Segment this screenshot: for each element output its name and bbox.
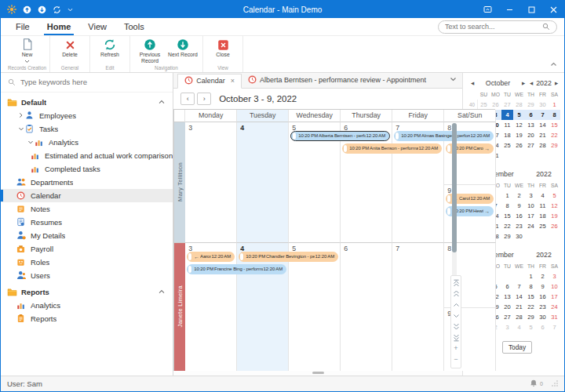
calendar-day[interactable]: 7 — [537, 110, 549, 120]
next-record-button[interactable]: Next Record — [166, 36, 199, 64]
calendar-day[interactable]: 27 — [501, 312, 513, 322]
calendar-day[interactable]: 29 — [501, 231, 513, 241]
calendar-day[interactable]: 14 — [537, 120, 549, 130]
maximize-button[interactable] — [520, 1, 542, 18]
qat-dropdown-icon[interactable] — [67, 8, 73, 12]
day-cell-4[interactable]: 4 — [237, 243, 289, 371]
calendar-day[interactable]: 25 — [537, 221, 549, 231]
sidebar-item-reports[interactable]: Reports — [1, 285, 173, 299]
next-month-icon[interactable]: ▶ — [519, 81, 527, 85]
prev-year-icon[interactable]: ◀ — [527, 81, 535, 85]
previous-record-button[interactable]: Previous Record — [133, 36, 166, 64]
calendar-day[interactable]: 18 — [537, 211, 549, 221]
day-cell-6[interactable]: 6 — [341, 243, 392, 371]
calendar-day[interactable]: 24 — [525, 221, 537, 231]
day-cell-5[interactable]: 5 — [289, 243, 341, 371]
calendar-day[interactable]: 20 — [525, 130, 537, 140]
new-button[interactable]: New — [11, 36, 44, 64]
calendar-day[interactable]: 6 — [525, 110, 537, 120]
appointment-anita-benson-performance-r[interactable]: 10:20 PMAnita Benson - performance r...1… — [342, 143, 442, 154]
prev-month-icon[interactable]: ◀ — [468, 81, 476, 85]
calendar-day[interactable]: 27 — [501, 100, 513, 110]
ribbon-tab-file[interactable]: File — [7, 18, 38, 35]
calendar-day[interactable]: 5 — [525, 322, 537, 332]
calendar-day[interactable]: 4 — [513, 322, 525, 332]
sidebar-item-roles[interactable]: Roles — [1, 256, 173, 269]
calendar-day[interactable]: 28 — [513, 100, 525, 110]
calendar-day[interactable]: 26 — [549, 221, 560, 231]
calendar-day[interactable]: 9 — [513, 201, 525, 211]
close-button[interactable] — [542, 1, 564, 18]
expander-right-icon[interactable] — [16, 112, 25, 118]
calendar-day[interactable]: 4 — [537, 191, 549, 201]
calendar-day[interactable]: 22 — [501, 221, 513, 231]
calendar-day[interactable]: 3 — [501, 322, 513, 332]
scroll-prev-page-button[interactable] — [453, 289, 460, 299]
calendar-day[interactable]: 4 — [501, 110, 513, 120]
record-down-icon[interactable] — [38, 5, 46, 14]
ribbon-search-input[interactable] — [445, 23, 542, 31]
calendar-day[interactable]: 1 — [501, 191, 513, 201]
calendar-day[interactable]: 24 — [549, 302, 560, 312]
resize-grip-icon[interactable] — [552, 379, 558, 388]
sidebar-search-input[interactable] — [20, 78, 166, 86]
refresh-button[interactable]: Refresh — [93, 36, 126, 64]
calendar-day[interactable]: 17 — [525, 211, 537, 221]
tab-list-dropdown-icon[interactable] — [450, 77, 457, 82]
calendar-day[interactable]: 16 — [513, 211, 525, 221]
sidebar-item-default[interactable]: Default — [1, 96, 173, 109]
ribbon-options-button[interactable] — [476, 1, 498, 18]
scroll-last-button[interactable] — [453, 332, 460, 343]
document-tab-alberta-berntsen-performance-review-appointment[interactable]: Alberta Berntsen - performance review - … — [242, 73, 432, 88]
next-week-button[interactable]: › — [197, 93, 211, 105]
calendar-day[interactable]: 21 — [513, 302, 525, 312]
minimize-button[interactable] — [498, 1, 520, 18]
calendar-day[interactable]: 12 — [513, 120, 525, 130]
calendar-day[interactable]: 12 — [549, 201, 560, 211]
appointment-alberta-berntsen-performa[interactable]: 10:20 PMAlberta Berntsen - performa...12… — [290, 131, 390, 141]
ribbon-search-box[interactable] — [438, 20, 557, 34]
today-button[interactable]: Today — [502, 341, 532, 354]
calendar-day[interactable]: 15 — [525, 292, 537, 302]
scroll-first-button[interactable] — [453, 278, 460, 289]
calendar-day[interactable]: 15 — [549, 120, 560, 130]
day-cell-3[interactable]: 3 — [185, 122, 237, 243]
calendar-day[interactable]: 30 — [513, 231, 525, 241]
calendar-day[interactable]: 28 — [537, 140, 549, 151]
calendar-day[interactable]: 9 — [537, 281, 549, 292]
calendar-day[interactable]: 10 — [525, 201, 537, 211]
sidebar-item-completed-tasks[interactable]: Completed tasks — [1, 162, 173, 176]
sidebar-item-my-details[interactable]: My Details — [1, 229, 173, 242]
calendar-day[interactable]: 26 — [513, 140, 525, 151]
calendar-day[interactable]: 25 — [501, 140, 513, 151]
calendar-day[interactable]: 10 — [549, 281, 560, 292]
appointment-francine-bing-performance[interactable]: 10:20 PMFrancine Bing - performance ...1… — [187, 264, 286, 274]
close-button[interactable]: Close — [206, 36, 239, 64]
expander-down-icon[interactable] — [26, 140, 35, 145]
calendar-day[interactable]: 23 — [537, 302, 549, 312]
app-logo-icon[interactable] — [7, 5, 16, 14]
sidebar-item-payroll[interactable]: Payroll — [1, 242, 173, 256]
refresh-white-icon[interactable] — [53, 5, 61, 14]
calendar-day[interactable]: 19 — [513, 130, 525, 140]
calendar-day[interactable]: 29 — [525, 312, 537, 322]
sidebar-item-analytics[interactable]: Analytics — [1, 136, 173, 149]
appointment-aaron[interactable]: ←Aaron ...12:20 AM — [187, 252, 235, 262]
day-cell-3[interactable]: 3 — [185, 243, 237, 371]
calendar-day[interactable]: 2 — [513, 191, 525, 201]
calendar-day[interactable]: 3 — [525, 191, 537, 201]
ribbon-tab-home[interactable]: Home — [38, 18, 80, 35]
calendar-day[interactable]: 3 — [549, 271, 560, 281]
calendar-day[interactable]: 13 — [525, 120, 537, 130]
sidebar-item-reports[interactable]: Reports — [1, 312, 173, 325]
calendar-day[interactable]: 29 — [525, 100, 537, 110]
calendar-day[interactable]: 22 — [549, 130, 560, 140]
calendar-day[interactable]: 14 — [513, 292, 525, 302]
calendar-day[interactable]: 8 — [549, 110, 560, 120]
previous-week-button[interactable]: ‹ — [180, 93, 195, 105]
dropdown-chevron-icon[interactable] — [24, 58, 30, 64]
calendar-day[interactable]: 1 — [525, 271, 537, 281]
calendar-day[interactable]: 7 — [549, 322, 560, 332]
sidebar-item-employees[interactable]: Employees — [1, 109, 173, 122]
ribbon-tab-view[interactable]: View — [79, 18, 115, 35]
